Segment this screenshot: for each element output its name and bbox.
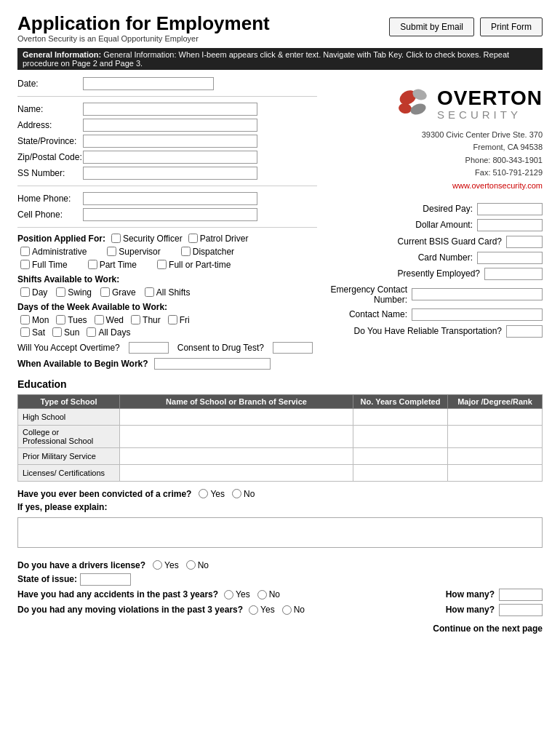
conviction-no[interactable]: No — [232, 489, 255, 499]
thur-checkbox[interactable] — [131, 315, 140, 324]
violations-no-radio[interactable] — [282, 605, 292, 615]
transportation-input[interactable] — [506, 325, 543, 338]
drivers-question: Do you have a drivers license? — [17, 560, 145, 570]
conviction-explain-input[interactable] — [17, 517, 543, 548]
day-checkbox[interactable] — [20, 287, 30, 297]
desired-pay-input[interactable] — [477, 203, 543, 215]
checkbox-supervisor[interactable]: Supervisor — [107, 247, 160, 257]
full-time-checkbox[interactable] — [20, 260, 30, 269]
wed-checkbox[interactable] — [95, 315, 104, 324]
presently-employed-label: Presently Employed? — [324, 268, 484, 279]
dispatcher-checkbox[interactable] — [181, 247, 191, 256]
violations-yes[interactable]: Yes — [249, 605, 275, 615]
print-form-button[interactable]: Print Form — [480, 17, 543, 36]
accidents-how-many-input[interactable] — [499, 589, 543, 601]
checkbox-all-days[interactable]: All Days — [87, 327, 130, 338]
emergency-contact-input[interactable] — [412, 288, 543, 300]
checkbox-administrative[interactable]: Administrative — [20, 247, 87, 257]
swing-checkbox[interactable] — [56, 287, 65, 297]
conviction-yes-radio[interactable] — [199, 489, 208, 498]
edu-military-school[interactable] — [124, 450, 344, 462]
edu-licenses-school[interactable] — [124, 467, 344, 479]
security-officer-checkbox[interactable] — [111, 234, 121, 243]
cell-phone-input[interactable] — [83, 208, 257, 221]
patrol-driver-checkbox[interactable] — [188, 234, 198, 243]
address-input[interactable] — [83, 119, 257, 132]
home-phone-input[interactable] — [83, 192, 257, 205]
checkbox-security-officer[interactable]: Security Officer — [111, 234, 183, 244]
accidents-no-radio[interactable] — [257, 590, 267, 599]
checkbox-swing[interactable]: Swing — [56, 287, 92, 298]
checkbox-thur[interactable]: Thur — [131, 315, 161, 325]
checkbox-full-or-part-time[interactable]: Full or Part-time — [157, 260, 231, 270]
checkbox-sat[interactable]: Sat — [20, 327, 45, 338]
sun-checkbox[interactable] — [52, 327, 62, 337]
ss-input[interactable] — [83, 167, 257, 180]
full-or-part-time-checkbox[interactable] — [157, 260, 167, 269]
edu-college-degree[interactable] — [452, 431, 536, 442]
drivers-yes[interactable]: Yes — [153, 560, 179, 570]
all-shifts-checkbox[interactable] — [145, 287, 154, 297]
edu-highschool-school[interactable] — [124, 411, 344, 423]
presently-employed-input[interactable] — [484, 268, 543, 280]
accidents-yes[interactable]: Yes — [224, 589, 250, 599]
overtime-input[interactable] — [129, 342, 169, 354]
edu-military-degree[interactable] — [452, 450, 536, 462]
accidents-yes-radio[interactable] — [224, 590, 233, 599]
card-number-input[interactable] — [477, 252, 543, 264]
grave-checkbox[interactable] — [100, 287, 110, 297]
edu-college-school[interactable] — [124, 431, 344, 442]
state-issue-input[interactable] — [80, 573, 131, 586]
mon-checkbox[interactable] — [20, 315, 30, 324]
conviction-question: Have you ever been convicted of a crime? — [17, 489, 191, 499]
state-province-input[interactable] — [83, 135, 257, 148]
checkbox-all-shifts[interactable]: All Shifts — [145, 287, 191, 298]
dollar-amount-label: Dollar Amount: — [324, 220, 477, 230]
edu-college-years[interactable] — [358, 431, 441, 442]
date-input[interactable] — [83, 77, 214, 90]
checkbox-part-time[interactable]: Part Time — [88, 260, 137, 270]
svg-point-3 — [409, 101, 427, 116]
checkbox-fri[interactable]: Fri — [168, 315, 190, 325]
consent-input[interactable] — [273, 342, 313, 354]
drivers-no[interactable]: No — [186, 560, 209, 570]
checkbox-day[interactable]: Day — [20, 287, 47, 298]
tues-checkbox[interactable] — [56, 315, 65, 324]
edu-row-college: College orProfessional School — [18, 425, 543, 447]
edu-highschool-years[interactable] — [358, 411, 441, 423]
part-time-checkbox[interactable] — [88, 260, 97, 269]
conviction-yes[interactable]: Yes — [199, 489, 225, 499]
checkbox-patrol-driver[interactable]: Patrol Driver — [188, 234, 249, 244]
violations-no[interactable]: No — [282, 605, 305, 615]
fri-checkbox[interactable] — [168, 315, 177, 324]
drivers-yes-radio[interactable] — [153, 560, 162, 570]
submit-email-button[interactable]: Submit by Email — [389, 17, 474, 36]
checkbox-sun[interactable]: Sun — [52, 327, 79, 338]
edu-military-years[interactable] — [358, 450, 441, 462]
accidents-no[interactable]: No — [257, 589, 280, 599]
begin-work-input[interactable] — [154, 358, 271, 370]
checkbox-wed[interactable]: Wed — [95, 315, 124, 325]
all-days-checkbox[interactable] — [87, 327, 96, 337]
violations-yes-radio[interactable] — [249, 605, 258, 615]
dollar-amount-input[interactable] — [477, 219, 543, 231]
bsis-input[interactable] — [506, 236, 543, 248]
zip-input[interactable] — [83, 151, 257, 164]
supervisor-checkbox[interactable] — [107, 247, 116, 256]
contact-name-input[interactable] — [412, 308, 543, 321]
checkbox-mon[interactable]: Mon — [20, 315, 49, 325]
checkbox-dispatcher[interactable]: Dispatcher — [181, 247, 234, 257]
sat-checkbox[interactable] — [20, 327, 30, 337]
drivers-no-radio[interactable] — [186, 560, 196, 570]
address-label: Address: — [17, 120, 83, 130]
administrative-checkbox[interactable] — [20, 247, 30, 256]
conviction-no-radio[interactable] — [232, 489, 241, 498]
position-label: Position Applied For: — [17, 234, 105, 244]
violations-how-many-input[interactable] — [499, 604, 543, 616]
name-input[interactable] — [83, 103, 257, 116]
checkbox-grave[interactable]: Grave — [100, 287, 136, 298]
checkbox-tues[interactable]: Tues — [56, 315, 87, 325]
checkbox-full-time[interactable]: Full Time — [20, 260, 68, 270]
cell-phone-label: Cell Phone: — [17, 210, 83, 220]
edu-highschool-degree[interactable] — [452, 411, 536, 423]
